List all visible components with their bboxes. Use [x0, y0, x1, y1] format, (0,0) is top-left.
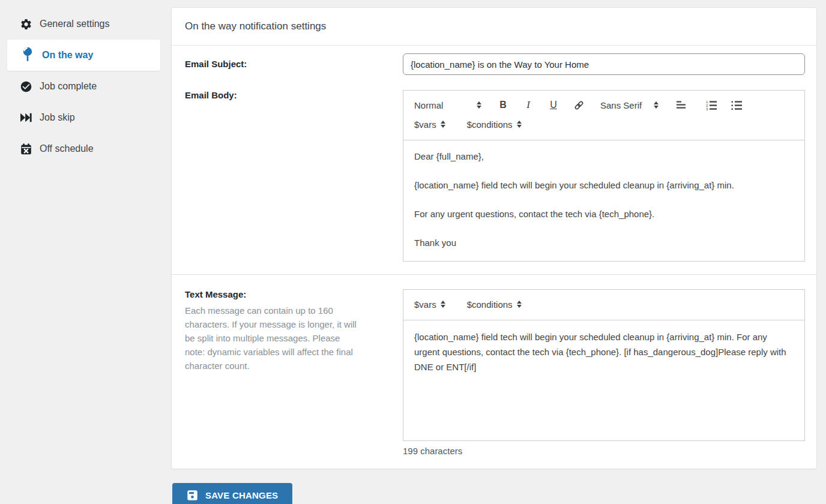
notification-settings-card: On the way notification settings Email S… — [171, 7, 817, 469]
email-body-row: Email Body: Normal B — [185, 90, 805, 262]
save-changes-button[interactable]: SAVE CHANGES — [172, 483, 292, 504]
ordered-list-button[interactable]: 1 2 3 — [704, 98, 719, 112]
email-body-toolbar: Normal B I U — [403, 91, 804, 140]
text-message-label: Text Message: — [185, 289, 246, 299]
underline-button[interactable]: U — [546, 98, 561, 112]
bullet-list-icon — [731, 100, 743, 110]
sidebar-item-on-the-way[interactable]: On the way — [7, 40, 160, 71]
conditions-picker[interactable]: $conditions — [467, 299, 522, 310]
skip-forward-icon — [19, 111, 32, 124]
sidebar-item-label: Off schedule — [40, 143, 94, 154]
font-picker[interactable]: Sans Serif — [600, 100, 659, 110]
email-body-label: Email Body: — [185, 90, 237, 100]
sidebar-item-off-schedule[interactable]: Off schedule — [0, 133, 171, 164]
save-changes-label: SAVE CHANGES — [205, 490, 278, 500]
link-button[interactable] — [571, 98, 586, 112]
settings-sidebar: General settings On the way Job complete — [0, 0, 171, 504]
svg-text:3: 3 — [706, 107, 708, 110]
ordered-list-icon: 1 2 3 — [706, 100, 717, 110]
bullet-list-button[interactable] — [729, 98, 744, 112]
paragraph-style-picker[interactable]: Normal — [414, 100, 481, 110]
align-button[interactable] — [674, 98, 689, 112]
updown-arrows-icon — [517, 301, 522, 308]
sidebar-item-label: Job skip — [40, 112, 75, 123]
email-body-editor: Normal B I U — [403, 90, 805, 262]
text-message-section: Text Message: Each message can contain u… — [172, 275, 816, 469]
text-message-editor: $vars $conditions {location_name} f — [403, 289, 805, 441]
main-content: On the way notification settings Email S… — [171, 0, 826, 504]
check-circle-icon — [19, 80, 32, 93]
sidebar-item-label: Job complete — [40, 81, 97, 92]
character-count: 199 characters — [403, 446, 805, 456]
updown-arrows-icon — [517, 121, 522, 128]
italic-button[interactable]: I — [521, 98, 535, 112]
updown-arrows-icon — [654, 101, 659, 109]
email-subject-input[interactable] — [403, 53, 805, 75]
email-body-content[interactable]: Dear {full_name}, {location_name} field … — [403, 140, 804, 261]
text-message-helper: Each message can contain up to 160 chara… — [185, 304, 358, 373]
sidebar-item-general-settings[interactable]: General settings — [0, 8, 171, 40]
save-icon — [187, 490, 198, 501]
updown-arrows-icon — [441, 301, 445, 308]
conditions-picker[interactable]: $conditions — [467, 119, 522, 130]
link-icon — [573, 100, 585, 111]
email-subject-row: Email Subject: — [185, 53, 805, 75]
updown-arrows-icon — [441, 121, 445, 128]
bold-button[interactable]: B — [496, 98, 510, 112]
sidebar-item-job-complete[interactable]: Job complete — [0, 71, 171, 102]
email-settings-section: Email Subject: Email Body: — [172, 46, 816, 274]
gear-icon — [19, 17, 32, 31]
sidebar-item-label: General settings — [40, 19, 110, 29]
updown-arrows-icon — [477, 101, 481, 109]
text-message-content[interactable]: {location_name} field tech will begin yo… — [403, 320, 804, 440]
text-message-toolbar: $vars $conditions — [403, 290, 804, 320]
email-subject-label: Email Subject: — [185, 59, 247, 69]
page: General settings On the way Job complete — [0, 0, 826, 504]
sidebar-item-job-skip[interactable]: Job skip — [0, 102, 171, 133]
sidebar-item-label: On the way — [42, 50, 93, 61]
vars-picker[interactable]: $vars — [414, 119, 445, 130]
text-message-row: Text Message: Each message can contain u… — [185, 289, 805, 456]
calendar-x-icon — [19, 142, 32, 155]
vars-picker[interactable]: $vars — [414, 299, 445, 310]
page-title: On the way notification settings — [172, 8, 816, 46]
pin-icon — [20, 46, 35, 64]
align-icon — [676, 100, 687, 110]
